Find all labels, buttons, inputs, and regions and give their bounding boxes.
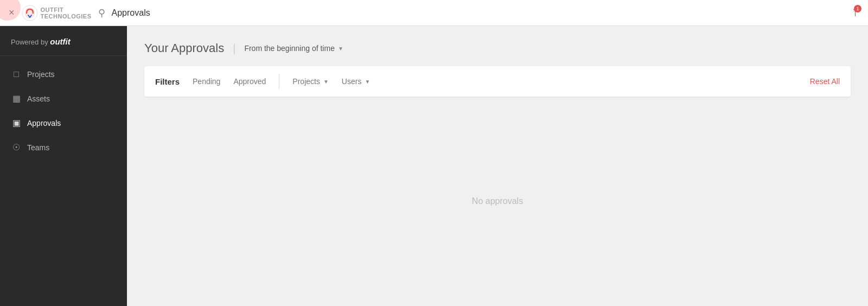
content-header: Your Approvals | From the beginning of t… [127, 26, 868, 66]
notification-button[interactable]: ⤒ 1 [851, 7, 859, 19]
powered-by-text: Powered by [11, 38, 50, 46]
projects-chevron-icon: ▼ [323, 79, 329, 85]
users-filter-dropdown[interactable]: Users ▼ [342, 77, 370, 86]
topbar: × OUTFITTECHNOLOGIES ⚲ Approvals ⤒ 1 [0, 0, 868, 26]
sidebar: Powered by outfit □ Projects ▦ Assets ▣ … [0, 26, 127, 306]
teams-icon: ☉ [11, 142, 22, 152]
logo: OUTFITTECHNOLOGIES [21, 4, 92, 22]
close-button[interactable]: × [9, 7, 15, 18]
content-area: Your Approvals | From the beginning of t… [127, 26, 868, 306]
main-layout: Powered by outfit □ Projects ▦ Assets ▣ … [0, 26, 868, 306]
header-divider: | [233, 42, 235, 55]
projects-icon: □ [11, 69, 22, 79]
pending-filter-button[interactable]: Pending [193, 77, 220, 86]
topbar-title: Approvals [112, 8, 150, 18]
projects-filter-dropdown[interactable]: Projects ▼ [292, 77, 328, 86]
filters-label: Filters [155, 77, 180, 86]
empty-state-message: No approvals [472, 196, 523, 206]
sidebar-item-label-teams: Teams [27, 143, 49, 152]
sidebar-item-projects[interactable]: □ Projects [0, 62, 127, 86]
chevron-down-icon: ▼ [338, 46, 343, 52]
reset-all-button[interactable]: Reset All [810, 77, 840, 86]
sidebar-item-label-approvals: Approvals [27, 119, 61, 127]
approved-filter-button[interactable]: Approved [233, 77, 266, 86]
filters-bar: Filters Pending Approved Projects ▼ User… [144, 66, 851, 97]
assets-icon: ▦ [11, 93, 22, 104]
empty-state: No approvals [127, 97, 868, 306]
search-icon[interactable]: ⚲ [98, 7, 105, 19]
projects-filter-label: Projects [292, 77, 320, 86]
filter-divider [279, 74, 279, 89]
outfit-logo-icon [21, 4, 39, 22]
sidebar-powered-by: Powered by outfit [0, 26, 127, 56]
approvals-icon: ▣ [11, 118, 22, 128]
users-filter-label: Users [342, 77, 362, 86]
sidebar-item-approvals[interactable]: ▣ Approvals [0, 111, 127, 135]
notification-badge: 1 [854, 5, 861, 12]
time-filter-label: From the beginning of time [244, 44, 335, 53]
page-title: Your Approvals [144, 41, 224, 55]
users-chevron-icon: ▼ [365, 79, 370, 85]
sidebar-item-assets[interactable]: ▦ Assets [0, 86, 127, 111]
sidebar-item-label-assets: Assets [27, 94, 50, 103]
sidebar-item-teams[interactable]: ☉ Teams [0, 135, 127, 160]
sidebar-nav: □ Projects ▦ Assets ▣ Approvals ☉ Teams [0, 56, 127, 306]
time-filter-dropdown[interactable]: From the beginning of time ▼ [244, 44, 343, 53]
sidebar-item-label-projects: Projects [27, 70, 55, 79]
powered-by-brand: outfit [50, 37, 70, 46]
topbar-right: ⤒ 1 [851, 7, 859, 19]
